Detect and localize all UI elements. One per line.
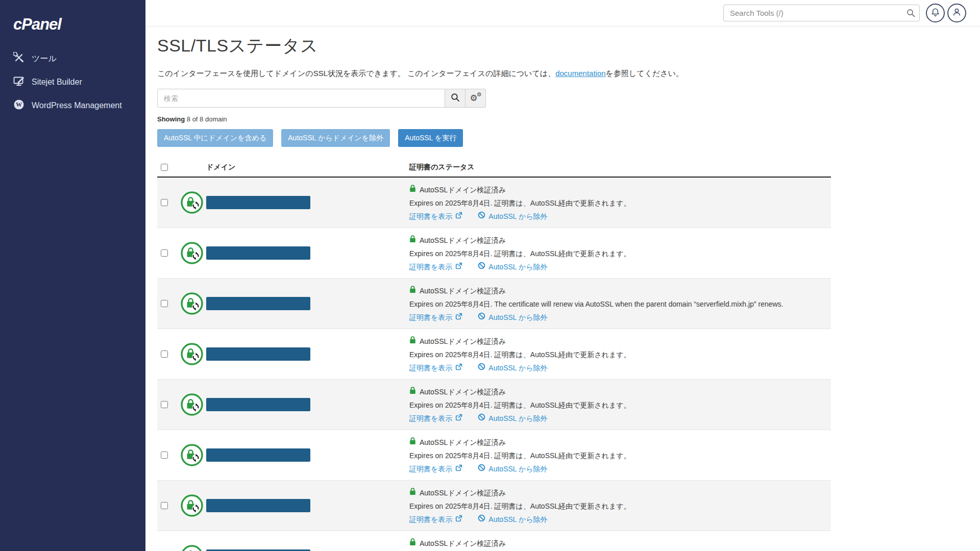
cpanel-ssl-tls-status-page: cPanel ツール Sitejet Builder [0,0,980,551]
exclude-autossl-link[interactable]: AutoSSL から除外 [478,462,547,475]
cpanel-logo[interactable]: cPanel [0,11,145,47]
certificate-status-cell: AutoSSLドメイン検証済み Expires on 2025年8月4日. 証明… [409,380,831,430]
autossl-secured-icon [180,292,204,315]
domain-redacted-bar [206,499,310,512]
status-text: AutoSSLドメイン検証済み [420,486,506,499]
autossl-secured-icon [180,494,204,517]
row-checkbox[interactable] [161,249,168,257]
view-certificate-link[interactable]: 証明書を表示 [409,210,462,223]
autossl-secured-icon [180,393,204,416]
search-icon [906,9,915,19]
ban-icon [478,311,485,324]
domain-redacted-bar [206,347,310,361]
domain-search-input[interactable] [157,89,445,108]
gears-icon: ⚙⚙ [470,93,481,104]
expires-text: Expires on 2025年8月4日. 証明書は、AutoSSL経由で更新さ… [409,499,831,513]
lock-icon [409,234,416,247]
sidebar-item-label: WordPress Management [32,101,122,110]
row-checkbox[interactable] [161,300,168,307]
lock-icon [409,284,416,297]
top-bar [145,0,980,27]
table-row: AutoSSLドメイン検証済み Expires on 2025年8月4日. 証明… [157,481,831,531]
lock-icon [409,436,416,449]
exclude-autossl-link[interactable]: AutoSSL から除外 [478,513,547,526]
certificate-status-cell: AutoSSLドメイン検証済み Expires on 2025年8月4日. 証明… [409,531,831,551]
status-text: AutoSSLドメイン検証済み [420,234,506,247]
sidebar-item-label: Sitejet Builder [32,78,82,87]
ban-icon [478,361,485,374]
search-settings-button[interactable]: ⚙⚙ [465,89,486,108]
account-button[interactable] [947,4,966,22]
certificate-status-cell: AutoSSLドメイン検証済み Expires on 2025年8月4日. 証明… [409,178,831,228]
autossl-secured-icon [180,544,204,551]
external-link-icon [455,412,462,425]
select-all-checkbox[interactable] [161,164,168,171]
view-certificate-link[interactable]: 証明書を表示 [409,361,462,374]
certificate-status-cell: AutoSSLドメイン検証済み Expires on 2025年8月4日. Th… [409,279,831,329]
certificate-status-cell: AutoSSLドメイン検証済み Expires on 2025年8月4日. 証明… [409,228,831,278]
showing-count: Showing 8 of 8 domain [157,115,980,123]
global-search-input[interactable] [723,5,920,21]
expires-text: Expires on 2025年8月4日. 証明書は、AutoSSL経由で更新さ… [409,196,831,210]
lock-icon [409,385,416,398]
sidebar-item-label: ツール [32,54,57,64]
view-certificate-link[interactable]: 証明書を表示 [409,513,462,526]
status-column-header: 証明書のステータス [409,163,831,172]
ban-icon [478,513,485,526]
domain-redacted-bar [206,297,310,310]
view-certificate-link[interactable]: 証明書を表示 [409,311,462,324]
exclude-autossl-link[interactable]: AutoSSL から除外 [478,412,547,425]
status-text: AutoSSLドメイン検証済み [420,183,506,196]
lock-icon [409,335,416,348]
exclude-autossl-link[interactable]: AutoSSL から除外 [478,210,547,223]
domain-redacted-bar [206,246,310,260]
ban-icon [478,462,485,475]
row-checkbox[interactable] [161,199,168,206]
table-body: AutoSSLドメイン検証済み Expires on 2025年8月4日. 証明… [157,178,831,551]
exclude-autossl-link[interactable]: AutoSSL から除外 [478,260,547,273]
external-link-icon [455,361,462,374]
view-certificate-link[interactable]: 証明書を表示 [409,260,462,273]
certificate-status-cell: AutoSSLドメイン検証済み Expires on 2025年8月4日. 証明… [409,481,831,531]
autossl-secured-icon [180,443,204,467]
lock-icon [409,486,416,499]
sidebar-item-tools[interactable]: ツール [0,47,145,70]
documentation-link[interactable]: documentation [555,69,605,78]
run-autossl-button[interactable]: AutoSSL を実行 [398,129,463,147]
search-icon [451,93,460,104]
ban-icon [478,210,485,223]
exclude-domains-autossl-button[interactable]: AutoSSL からドメインを除外 [281,129,390,147]
lock-icon [409,537,416,550]
exclude-autossl-link[interactable]: AutoSSL から除外 [478,361,547,374]
row-checkbox[interactable] [161,350,168,358]
sidebar-item-wordpress-management[interactable]: W WordPress Management [0,94,145,117]
view-certificate-link[interactable]: 証明書を表示 [409,462,462,475]
domain-search-button[interactable] [445,89,465,108]
autossl-secured-icon [180,191,204,214]
status-text: AutoSSLドメイン検証済み [420,436,506,449]
bell-icon [930,7,940,19]
svg-text:W: W [16,101,22,108]
notifications-button[interactable] [926,4,945,22]
autossl-secured-icon [180,342,204,366]
ban-icon [478,260,485,273]
status-text: AutoSSLドメイン検証済み [420,335,506,348]
expires-text: Expires on 2025年8月4日. 証明書は、AutoSSL経由で更新さ… [409,247,831,260]
expires-text: Expires on 2025年8月4日. 証明書は、AutoSSL経由で更新さ… [409,398,831,412]
external-link-icon [455,210,462,223]
expires-text: Expires on 2025年8月4日. 証明書は、AutoSSL経由で更新さ… [409,449,831,462]
external-link-icon [455,311,462,324]
status-text: AutoSSLドメイン検証済み [420,284,506,297]
lock-icon [409,183,416,196]
expires-text: Expires on 2025年8月4日. The certificate wi… [409,297,831,311]
row-checkbox[interactable] [161,502,168,509]
exclude-autossl-link[interactable]: AutoSSL から除外 [478,311,547,324]
row-checkbox[interactable] [161,452,168,459]
sidebar: cPanel ツール Sitejet Builder [0,0,145,551]
include-domains-autossl-button[interactable]: AutoSSL 中にドメインを含める [157,129,273,147]
sidebar-item-sitejet-builder[interactable]: Sitejet Builder [0,70,145,94]
tools-icon [13,52,24,65]
view-certificate-link[interactable]: 証明書を表示 [409,412,462,425]
status-text: AutoSSLドメイン検証済み [420,537,506,550]
row-checkbox[interactable] [161,401,168,408]
